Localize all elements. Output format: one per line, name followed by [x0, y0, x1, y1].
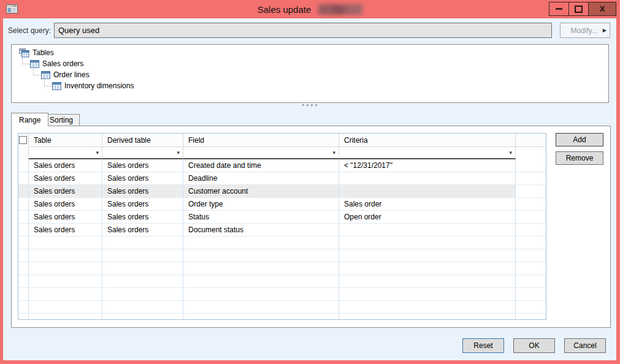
- col-header-table[interactable]: Table: [29, 134, 102, 147]
- grid-row[interactable]: Sales orders Sales orders Document statu…: [18, 224, 546, 237]
- cell-criteria[interactable]: Open order: [339, 211, 516, 224]
- filter-table[interactable]: ▾: [29, 147, 102, 159]
- row-select-cell[interactable]: [18, 301, 29, 314]
- maximize-button[interactable]: [568, 2, 589, 16]
- cell-criteria[interactable]: [339, 288, 516, 301]
- ok-button[interactable]: OK: [513, 338, 555, 353]
- filter-criteria[interactable]: ▾: [339, 147, 516, 159]
- cell-derived-table[interactable]: Sales orders: [102, 211, 183, 224]
- filter-derived-table[interactable]: ▾: [102, 147, 183, 159]
- row-select-cell[interactable]: [18, 211, 29, 224]
- cell-field[interactable]: [183, 314, 339, 320]
- cell-criteria[interactable]: [339, 224, 516, 237]
- cell-derived-table[interactable]: [102, 262, 183, 275]
- grid-row[interactable]: Sales orders Sales orders Status Open or…: [18, 211, 546, 224]
- modify-button[interactable]: Modify... ▶: [560, 23, 610, 38]
- cell-derived-table[interactable]: Sales orders: [102, 159, 183, 172]
- query-input[interactable]: Query used: [54, 23, 552, 38]
- cell-field[interactable]: [183, 262, 339, 275]
- grid-row[interactable]: Sales orders Sales orders Created date a…: [18, 159, 546, 172]
- cell-derived-table[interactable]: [102, 301, 183, 314]
- cell-criteria[interactable]: < "12/31/2017": [339, 159, 516, 172]
- cell-field[interactable]: Order type: [183, 198, 339, 211]
- cell-table[interactable]: [29, 262, 102, 275]
- add-button[interactable]: Add: [556, 133, 603, 146]
- cell-table[interactable]: [29, 301, 102, 314]
- row-select-cell[interactable]: [18, 262, 29, 275]
- cell-table[interactable]: [29, 288, 102, 301]
- cell-criteria[interactable]: [339, 262, 516, 275]
- dropdown-arrow-icon: ▾: [177, 150, 180, 156]
- cell-field[interactable]: Created date and time: [183, 159, 339, 172]
- cell-criteria[interactable]: [339, 185, 516, 198]
- remove-button[interactable]: Remove: [556, 151, 603, 165]
- cell-derived-table[interactable]: Sales orders: [102, 172, 183, 185]
- cell-criteria[interactable]: Sales order: [339, 198, 516, 211]
- cell-field[interactable]: [183, 249, 339, 262]
- titlebar[interactable]: Sales update X: [0, 0, 620, 18]
- reset-button[interactable]: Reset: [462, 338, 504, 353]
- cell-derived-table[interactable]: Sales orders: [102, 185, 183, 198]
- row-select-cell[interactable]: [18, 275, 29, 288]
- cell-field[interactable]: Status: [183, 211, 339, 224]
- cell-derived-table[interactable]: Sales orders: [102, 198, 183, 211]
- col-header-criteria[interactable]: Criteria: [339, 134, 516, 147]
- title-area: Sales update: [0, 0, 620, 18]
- cell-criteria[interactable]: [339, 301, 516, 314]
- cell-derived-table[interactable]: [102, 237, 183, 249]
- cell-criteria[interactable]: [339, 314, 516, 320]
- grid-row[interactable]: Sales orders Sales orders Order type Sal…: [18, 198, 546, 211]
- grid-row[interactable]: Sales orders Sales orders Deadline: [18, 172, 546, 185]
- tab-range[interactable]: Range: [11, 113, 48, 126]
- cell-table[interactable]: Sales orders: [29, 159, 102, 172]
- cell-table[interactable]: [29, 314, 102, 320]
- close-button[interactable]: X: [588, 2, 616, 16]
- tree-item[interactable]: Tables: [12, 47, 608, 58]
- select-all-checkbox[interactable]: [19, 136, 27, 144]
- cell-field[interactable]: [183, 301, 339, 314]
- cell-derived-table[interactable]: [102, 249, 183, 262]
- col-header-field[interactable]: Field: [183, 134, 339, 147]
- row-select-cell[interactable]: [18, 159, 29, 172]
- cell-table[interactable]: Sales orders: [29, 198, 102, 211]
- cell-derived-table[interactable]: Sales orders: [102, 224, 183, 237]
- tree-item[interactable]: Inventory dimensions: [12, 80, 608, 91]
- col-header-derived-table[interactable]: Derived table: [102, 134, 183, 147]
- cell-criteria[interactable]: [339, 249, 516, 262]
- cell-table[interactable]: [29, 275, 102, 288]
- row-select-cell[interactable]: [18, 172, 29, 185]
- minimize-button[interactable]: [549, 2, 569, 16]
- row-select-cell[interactable]: [18, 249, 29, 262]
- tree-item[interactable]: Sales orders: [12, 58, 608, 69]
- cell-derived-table[interactable]: [102, 314, 183, 320]
- cancel-button[interactable]: Cancel: [564, 338, 606, 353]
- cell-field[interactable]: [183, 275, 339, 288]
- row-select-cell[interactable]: [18, 314, 29, 320]
- cell-criteria[interactable]: [339, 237, 516, 249]
- cell-field[interactable]: Document status: [183, 224, 339, 237]
- cell-table[interactable]: Sales orders: [29, 185, 102, 198]
- cell-tail: [516, 262, 546, 275]
- cell-table[interactable]: Sales orders: [29, 172, 102, 185]
- cell-criteria[interactable]: [339, 275, 516, 288]
- row-select-cell[interactable]: [18, 198, 29, 211]
- cell-derived-table[interactable]: [102, 288, 183, 301]
- cell-field[interactable]: [183, 237, 339, 249]
- row-select-cell[interactable]: [18, 288, 29, 301]
- cell-criteria[interactable]: [339, 172, 516, 185]
- grid-row[interactable]: Sales orders Sales orders Customer accou…: [18, 185, 546, 198]
- cell-table[interactable]: [29, 249, 102, 262]
- row-select-cell[interactable]: [18, 185, 29, 198]
- cell-field[interactable]: Deadline: [183, 172, 339, 185]
- cell-table[interactable]: Sales orders: [29, 224, 102, 237]
- tree-item[interactable]: Order lines: [12, 69, 608, 80]
- cell-field[interactable]: Customer account: [183, 185, 339, 198]
- cell-derived-table[interactable]: [102, 275, 183, 288]
- splitter-handle[interactable]: [3, 102, 616, 107]
- cell-table[interactable]: [29, 237, 102, 249]
- filter-field[interactable]: ▾: [183, 147, 339, 159]
- row-select-cell[interactable]: [18, 224, 29, 237]
- row-select-cell[interactable]: [18, 237, 29, 249]
- cell-field[interactable]: [183, 288, 339, 301]
- cell-table[interactable]: Sales orders: [29, 211, 102, 224]
